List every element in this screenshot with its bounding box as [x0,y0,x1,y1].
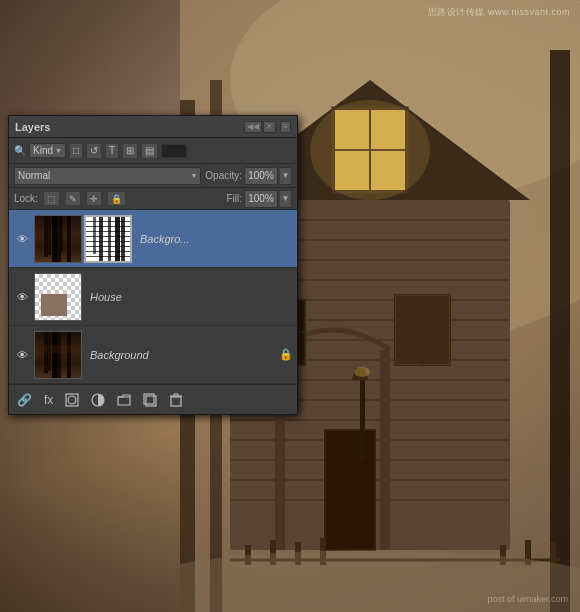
watermark-bottom: post of uimaker.com [487,594,568,604]
panel-bottom-toolbar: 🔗 fx [9,384,297,414]
mask-icon [65,393,79,407]
layer-thumbnail [34,215,82,263]
panel-title: Layers [15,121,50,133]
layer-row[interactable]: 👁 [9,210,297,268]
filter-icons: □ ↺ T ⊞ ▤ [69,143,158,159]
menu-button[interactable]: ≡ [280,121,291,133]
fill-group: Fill: 100% ▼ [226,190,292,208]
blend-row: Normal ▼ Opacity: 100% ▼ [9,164,297,188]
blend-mode-label: Normal [18,170,50,181]
adjustment-icon [91,393,105,407]
search-icon: 🔍 [14,145,26,156]
filter-pixel-btn[interactable]: □ [69,143,83,159]
filter-smart-btn[interactable]: ▤ [141,143,158,159]
add-adjustment-button[interactable] [89,391,107,409]
svg-rect-38 [325,430,375,550]
layer-visibility-toggle[interactable]: 👁 [13,349,31,361]
opacity-value[interactable]: 100% [244,167,278,185]
collapse-button[interactable]: ◀◀ [244,121,262,133]
layer-row[interactable]: 👁 House [9,268,297,326]
svg-rect-5 [550,50,570,612]
opacity-label: Opacity: [205,170,242,181]
svg-point-41 [354,367,370,377]
filter-toggle[interactable] [161,144,187,158]
lock-draw-btn[interactable]: ✎ [65,191,81,206]
layer-row[interactable]: 👁 Background 🔒 [9,326,297,384]
fill-arrow[interactable]: ▼ [280,190,292,208]
close-button[interactable]: ✕ [263,121,276,133]
panel-controls: ◀◀ ✕ ≡ [244,121,291,133]
kind-chevron: ▼ [55,147,62,154]
watermark-top: 思路设计传媒 www.nissvant.com [428,6,570,19]
add-group-button[interactable] [115,391,133,409]
svg-rect-56 [171,397,181,406]
layer-name: House [90,291,293,303]
lock-pixel-btn[interactable]: ⬚ [43,191,60,206]
folder-icon [117,393,131,407]
thumb-mask-bg [86,217,130,261]
filter-shape-btn[interactable]: ⊞ [122,143,138,159]
layers-panel: Layers ◀◀ ✕ ≡ 🔍 Kind ▼ □ ↺ T ⊞ ▤ Normal … [8,115,298,415]
thumb-house-bg [35,274,81,320]
thumb-forest-bg [35,216,81,262]
filter-adjust-btn[interactable]: ↺ [86,143,102,159]
layer-name: Background [90,349,279,361]
lock-move-btn[interactable]: ✛ [86,191,102,206]
fill-label: Fill: [226,193,242,204]
fx-button[interactable]: fx [42,391,55,409]
lock-label: Lock: [14,193,38,204]
kind-dropdown[interactable]: Kind ▼ [29,143,66,158]
trash-icon [169,393,183,407]
delete-layer-button[interactable] [167,391,185,409]
opacity-group: Opacity: 100% ▼ [205,167,292,185]
new-layer-icon [143,393,157,407]
svg-rect-30 [380,350,390,550]
layer-thumbnail [34,331,82,379]
link-layers-button[interactable]: 🔗 [15,391,34,409]
kind-label: Kind [33,145,53,156]
layer-visibility-toggle[interactable]: 👁 [13,291,31,303]
layer-mask-thumbnail [84,215,132,263]
layer-thumbnail [34,273,82,321]
layer-visibility-toggle[interactable]: 👁 [13,233,31,245]
lock-row: Lock: ⬚ ✎ ✛ 🔒 Fill: 100% ▼ [9,188,297,210]
svg-rect-39 [360,380,365,460]
panel-titlebar: Layers ◀◀ ✕ ≡ [9,116,297,138]
filter-bar: 🔍 Kind ▼ □ ↺ T ⊞ ▤ [9,138,297,164]
panel-arrows: ◀◀ ✕ [244,121,276,133]
thumb-house-inner [41,294,67,316]
create-layer-button[interactable] [141,391,159,409]
add-mask-button[interactable] [63,391,81,409]
layer-name: Backgro... [140,233,293,245]
thumb-forest-bg [35,332,81,378]
blend-mode-dropdown[interactable]: Normal ▼ [14,167,201,185]
svg-rect-49 [550,542,556,565]
lock-all-btn[interactable]: 🔒 [107,191,126,206]
filter-text-btn[interactable]: T [105,143,119,159]
blend-chevron: ▼ [190,172,197,179]
opacity-arrow[interactable]: ▼ [280,167,292,185]
fill-value[interactable]: 100% [244,190,278,208]
svg-point-52 [68,396,76,404]
svg-point-28 [310,100,430,200]
layer-lock-icon: 🔒 [279,348,293,361]
layers-list: 👁 [9,210,297,384]
